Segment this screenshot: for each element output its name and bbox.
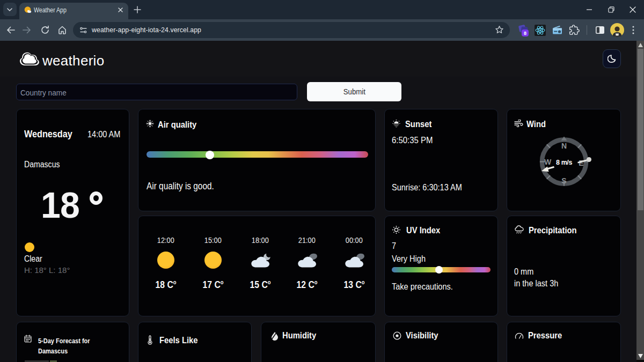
svg-text:N: N	[561, 142, 567, 150]
svg-text:8 m/s: 8 m/s	[556, 159, 572, 166]
svg-text:8: 8	[524, 31, 526, 36]
svg-text:S: S	[561, 176, 566, 185]
svg-text:W: W	[544, 158, 552, 166]
svg-text:E: E	[579, 159, 583, 167]
